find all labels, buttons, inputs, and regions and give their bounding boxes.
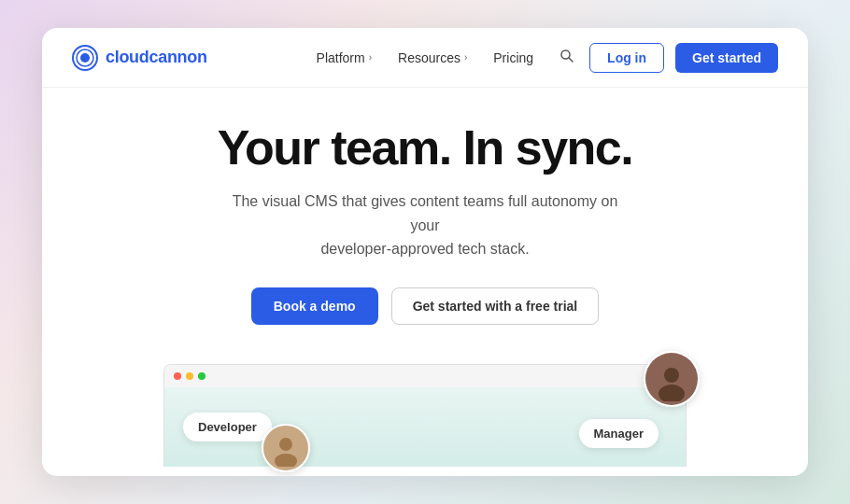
window-dot-red — [174, 372, 181, 380]
developer-avatar — [262, 424, 310, 472]
developer-avatar-face — [263, 426, 308, 470]
preview-area: Developer Manager — [163, 364, 687, 476]
svg-line-4 — [569, 58, 573, 62]
navbar: cloudcannon Platform › Resources › Prici… — [42, 28, 808, 88]
book-demo-button[interactable]: Book a demo — [251, 287, 378, 325]
nav-link-platform[interactable]: Platform › — [317, 50, 372, 65]
main-card: cloudcannon Platform › Resources › Prici… — [42, 28, 808, 476]
nav-links: Platform › Resources › Pricing — [317, 50, 534, 65]
manager-avatar — [644, 351, 700, 407]
svg-point-9 — [664, 368, 679, 383]
login-button[interactable]: Log in — [589, 43, 664, 73]
logo-area: cloudcannon — [72, 45, 207, 71]
get-started-nav-button[interactable]: Get started — [675, 43, 778, 73]
search-button[interactable] — [556, 45, 578, 71]
hero-section: Your team. In sync. The visual CMS that … — [42, 88, 808, 476]
preview-window: Developer — [163, 364, 687, 467]
search-icon — [560, 49, 574, 63]
manager-tag: Manager — [579, 419, 659, 448]
window-dot-yellow — [186, 372, 193, 380]
logo-text: cloudcannon — [106, 48, 207, 67]
window-dot-green — [198, 372, 205, 380]
chevron-down-icon: › — [369, 52, 372, 63]
hero-buttons: Book a demo Get started with a free tria… — [251, 287, 600, 325]
svg-point-6 — [279, 438, 292, 451]
svg-point-1 — [80, 53, 90, 63]
nav-link-pricing[interactable]: Pricing — [493, 50, 533, 65]
logo-icon — [72, 45, 98, 71]
nav-link-resources[interactable]: Resources › — [398, 50, 467, 65]
hero-subtitle: The visual CMS that gives content teams … — [229, 189, 621, 261]
hero-title: Your team. In sync. — [218, 121, 632, 175]
manager-avatar-face — [645, 353, 698, 405]
developer-tag: Developer — [183, 413, 272, 441]
free-trial-button[interactable]: Get started with a free trial — [391, 287, 600, 325]
nav-actions: Log in Get started — [556, 43, 778, 73]
chevron-down-icon: › — [464, 52, 467, 63]
preview-titlebar — [164, 365, 686, 387]
